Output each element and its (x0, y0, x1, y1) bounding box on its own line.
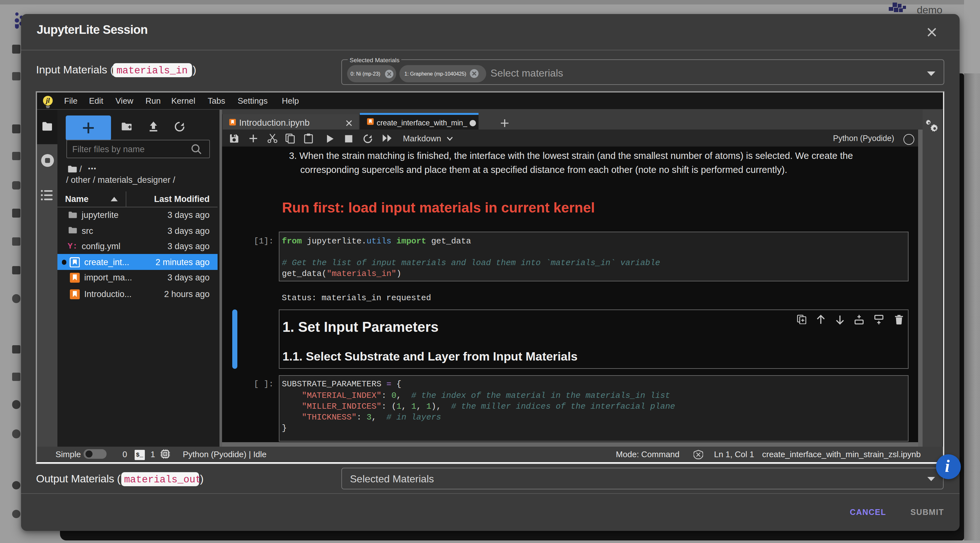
svg-text:jl: jl (45, 96, 50, 104)
